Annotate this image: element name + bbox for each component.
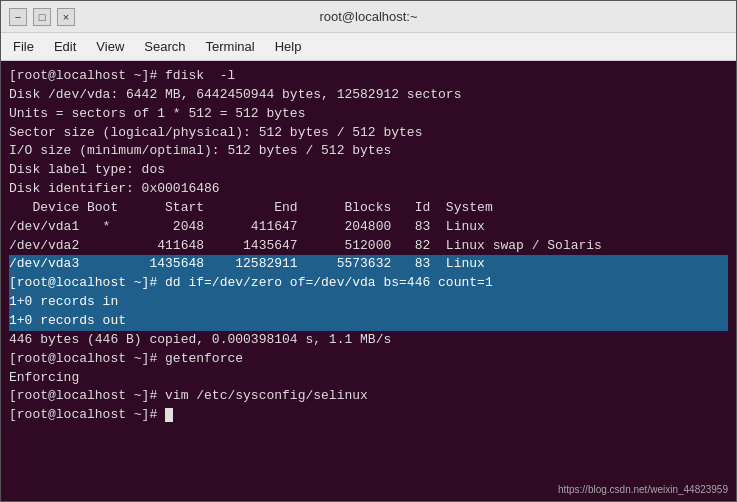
terminal-line: 1+0 records out bbox=[9, 312, 728, 331]
terminal-line: 1+0 records in bbox=[9, 293, 728, 312]
terminal-line: [root@localhost ~]# fdisk -l bbox=[9, 67, 728, 86]
minimize-button[interactable]: − bbox=[9, 8, 27, 26]
terminal-line: [root@localhost ~]# bbox=[9, 406, 728, 425]
menu-edit[interactable]: Edit bbox=[46, 37, 84, 56]
window-controls[interactable]: − □ × bbox=[9, 8, 75, 26]
menu-search[interactable]: Search bbox=[136, 37, 193, 56]
terminal-line: Disk /dev/vda: 6442 MB, 6442450944 bytes… bbox=[9, 86, 728, 105]
terminal-line: [root@localhost ~]# dd if=/dev/zero of=/… bbox=[9, 274, 728, 293]
menu-help[interactable]: Help bbox=[267, 37, 310, 56]
terminal-line: Disk label type: dos bbox=[9, 161, 728, 180]
terminal-content[interactable]: [root@localhost ~]# fdisk -lDisk /dev/vd… bbox=[1, 61, 736, 501]
close-button[interactable]: × bbox=[57, 8, 75, 26]
terminal-line: Disk identifier: 0x00016486 bbox=[9, 180, 728, 199]
terminal-line: /dev/vda3 1435648 12582911 5573632 83 Li… bbox=[9, 255, 728, 274]
watermark: https://blog.csdn.net/weixin_44823959 bbox=[558, 483, 728, 498]
terminal-line: Sector size (logical/physical): 512 byte… bbox=[9, 124, 728, 143]
terminal-line: I/O size (minimum/optimal): 512 bytes / … bbox=[9, 142, 728, 161]
maximize-button[interactable]: □ bbox=[33, 8, 51, 26]
title-bar: − □ × root@localhost:~ bbox=[1, 1, 736, 33]
terminal-line: Device Boot Start End Blocks Id System bbox=[9, 199, 728, 218]
menu-bar: File Edit View Search Terminal Help bbox=[1, 33, 736, 61]
terminal-line: /dev/vda1 * 2048 411647 204800 83 Linux bbox=[9, 218, 728, 237]
terminal-window: − □ × root@localhost:~ File Edit View Se… bbox=[0, 0, 737, 502]
terminal-line: Enforcing bbox=[9, 369, 728, 388]
terminal-line: [root@localhost ~]# getenforce bbox=[9, 350, 728, 369]
menu-file[interactable]: File bbox=[5, 37, 42, 56]
terminal-line: /dev/vda2 411648 1435647 512000 82 Linux… bbox=[9, 237, 728, 256]
terminal-cursor bbox=[165, 408, 173, 422]
window-title: root@localhost:~ bbox=[75, 9, 662, 24]
terminal-line: 446 bytes (446 B) copied, 0.000398104 s,… bbox=[9, 331, 728, 350]
menu-view[interactable]: View bbox=[88, 37, 132, 56]
menu-terminal[interactable]: Terminal bbox=[198, 37, 263, 56]
terminal-line: [root@localhost ~]# vim /etc/sysconfig/s… bbox=[9, 387, 728, 406]
terminal-line: Units = sectors of 1 * 512 = 512 bytes bbox=[9, 105, 728, 124]
